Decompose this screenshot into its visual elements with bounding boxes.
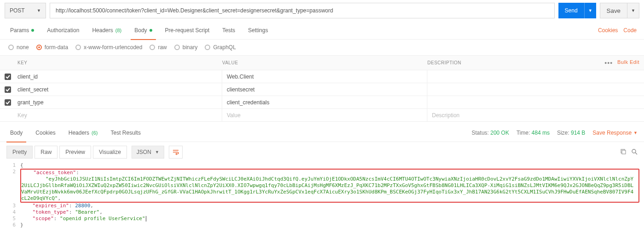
tab-headers[interactable]: Headers (8) <box>86 21 128 40</box>
save-button[interactable]: Save <box>600 3 627 18</box>
viewer-preview[interactable]: Preview <box>59 146 91 159</box>
chevron-down-icon: ▼ <box>37 8 41 13</box>
status-dot-icon <box>150 29 152 32</box>
viewer-raw[interactable]: Raw <box>34 146 58 159</box>
size-label: Size: 914 B <box>557 130 585 136</box>
body-type-urlencoded[interactable]: x-www-form-urlencoded <box>75 44 142 51</box>
body-type-none[interactable]: none <box>8 44 29 51</box>
send-button[interactable]: Send <box>558 3 584 18</box>
svg-line-3 <box>635 153 637 154</box>
resp-tab-cookies[interactable]: Cookies <box>29 124 62 142</box>
send-dropdown[interactable]: ▼ <box>584 3 596 18</box>
chevron-down-icon: ▼ <box>631 8 635 13</box>
table-row[interactable]: grant_type client_credentials <box>0 96 644 109</box>
chevron-down-icon: ▼ <box>588 8 592 13</box>
highlighted-token: "access_token": "eyJhbGciOiJSUzI1NiIsImt… <box>20 169 639 203</box>
checkbox-icon[interactable] <box>5 86 11 93</box>
text-cursor-icon <box>146 216 146 222</box>
body-type-binary[interactable]: binary <box>174 44 198 51</box>
radio-icon <box>75 45 81 50</box>
radio-icon <box>205 45 210 50</box>
body-type-raw[interactable]: raw <box>150 44 167 51</box>
viewer-pretty[interactable]: Pretty <box>6 146 33 159</box>
kvd-header: KEY VALUE DESCRIPTION ••• Bulk Edit <box>0 56 644 70</box>
more-icon[interactable]: ••• <box>604 59 613 67</box>
bulk-edit-link[interactable]: Bulk Edit <box>617 59 639 67</box>
viewer-format-select[interactable]: JSON ▼ <box>132 146 164 159</box>
body-type-graphql[interactable]: GraphQL <box>205 44 236 51</box>
svg-point-2 <box>632 149 636 153</box>
url-input[interactable] <box>50 3 555 18</box>
http-method-select[interactable]: POST ▼ <box>5 3 46 18</box>
json-response-view[interactable]: 1{ 2 "access_token": "eyJhbGciOiJSUzI1Ni… <box>0 162 644 233</box>
code-link[interactable]: Code <box>623 27 637 34</box>
svg-rect-1 <box>622 150 626 154</box>
http-method-value: POST <box>10 7 25 14</box>
tab-prerequest[interactable]: Pre-request Script <box>159 21 216 40</box>
viewer-visualize[interactable]: Visualize <box>93 146 127 159</box>
radio-icon <box>150 45 155 50</box>
table-row[interactable]: client_id Web.Client <box>0 70 644 83</box>
table-row-new[interactable]: Key Value Description <box>0 109 644 122</box>
status-label: Status: 200 OK <box>472 130 509 136</box>
cookies-link[interactable]: Cookies <box>598 27 618 34</box>
tab-settings[interactable]: Settings <box>242 21 274 40</box>
radio-icon <box>36 45 42 50</box>
checkbox-icon[interactable] <box>5 74 11 80</box>
save-dropdown[interactable]: ▼ <box>627 3 639 18</box>
resp-tab-headers[interactable]: Headers (6) <box>62 124 104 142</box>
tab-tests[interactable]: Tests <box>216 21 242 40</box>
resp-tab-testresults[interactable]: Test Results <box>104 124 147 142</box>
table-row[interactable]: client_secret clientsecret <box>0 83 644 96</box>
body-type-formdata[interactable]: form-data <box>36 44 68 51</box>
chevron-down-icon: ▼ <box>633 131 638 135</box>
tab-body[interactable]: Body <box>128 21 158 40</box>
radio-icon <box>8 45 14 50</box>
chevron-down-icon: ▼ <box>155 150 159 154</box>
wrap-lines-button[interactable] <box>169 146 183 159</box>
time-label: Time: 484 ms <box>517 130 550 136</box>
tab-params[interactable]: Params <box>4 21 40 40</box>
status-dot-icon <box>31 29 34 32</box>
save-response-button[interactable]: Save Response ▼ <box>592 130 638 136</box>
checkbox-icon[interactable] <box>5 99 11 106</box>
resp-tab-body[interactable]: Body <box>4 124 29 142</box>
copy-icon[interactable] <box>620 148 627 156</box>
tab-authorization[interactable]: Authorization <box>40 21 86 40</box>
search-icon[interactable] <box>631 148 638 156</box>
radio-icon <box>174 45 180 50</box>
